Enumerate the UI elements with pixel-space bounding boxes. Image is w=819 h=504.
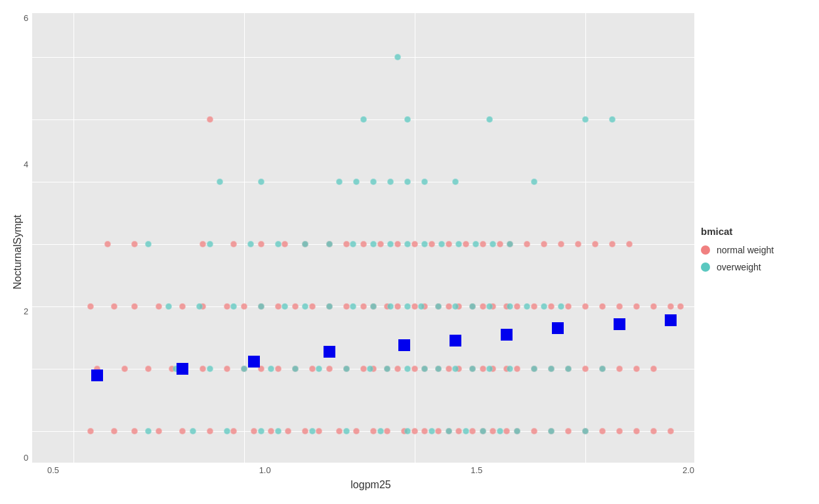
scatter-dot — [531, 178, 537, 185]
scatter-dot — [370, 178, 377, 185]
scatter-dot — [452, 178, 459, 185]
scatter-dot — [207, 116, 213, 123]
y-axis-label: NocturnalSympt — [7, 13, 24, 491]
scatter-dot — [541, 241, 547, 247]
x-axis-label: logpm25 — [47, 475, 694, 491]
scatter-dot — [367, 366, 373, 372]
scatter-dot — [275, 366, 282, 372]
scatter-dot — [650, 303, 657, 310]
scatter-dot — [446, 428, 452, 434]
x-tick-20: 2.0 — [682, 465, 694, 475]
grid-h-6 — [32, 57, 694, 58]
scatter-dot — [326, 303, 333, 310]
scatter-dot — [200, 241, 206, 247]
scatter-dot — [531, 428, 537, 434]
scatter-dot — [435, 366, 442, 372]
scatter-dot — [404, 241, 411, 247]
scatter-dot — [490, 241, 496, 247]
scatter-dot — [480, 241, 486, 247]
scatter-dot — [394, 241, 401, 247]
scatter-dot — [207, 428, 213, 434]
scatter-dot — [558, 241, 564, 247]
scatter-dot — [480, 366, 486, 372]
scatter-dot — [292, 303, 299, 310]
scatter-dot — [599, 366, 606, 372]
scatter-dot — [455, 241, 462, 247]
scatter-dot — [87, 303, 94, 310]
scatter-dot — [326, 366, 333, 372]
scatter-dot — [599, 428, 606, 434]
blue-square-point — [552, 322, 564, 334]
scatter-dot — [275, 303, 282, 310]
scatter-dot — [667, 428, 674, 434]
scatter-dot — [565, 303, 572, 310]
scatter-dot — [336, 178, 343, 185]
grid-v-0.5 — [74, 13, 74, 463]
chart-container: NocturnalSympt 6 4 2 0 — [0, 0, 819, 504]
y-tick-6: 6 — [24, 13, 28, 23]
scatter-dot — [268, 366, 274, 372]
scatter-dot — [343, 303, 350, 310]
scatter-dot — [548, 303, 555, 310]
scatter-dot — [404, 303, 411, 310]
scatter-dot — [336, 428, 343, 434]
legend-label-overweight: overweight — [717, 262, 761, 272]
grid-v-1.5 — [415, 13, 415, 463]
scatter-dot — [446, 366, 452, 372]
legend-dot-normal — [701, 245, 710, 255]
scatter-dot — [404, 116, 411, 123]
grid-v-1 — [244, 13, 245, 463]
scatter-dot — [165, 303, 172, 310]
scatter-dot — [435, 428, 442, 434]
scatter-dot — [497, 241, 503, 247]
scatter-dot — [616, 303, 623, 310]
legend-item-overweight: overweight — [701, 262, 806, 272]
scatter-dot — [421, 428, 428, 434]
scatter-dot — [387, 178, 394, 185]
scatter-dot — [247, 241, 254, 247]
scatter-dot — [258, 303, 264, 310]
scatter-dot — [258, 178, 264, 185]
scatter-dot — [531, 366, 537, 372]
scatter-dot — [251, 428, 257, 434]
scatter-dot — [224, 366, 230, 372]
scatter-dot — [446, 303, 452, 310]
scatter-dot — [667, 303, 674, 310]
scatter-dot — [507, 366, 513, 372]
scatter-dot — [565, 428, 572, 434]
x-tick-05: 0.5 — [47, 465, 59, 475]
scatter-dot — [360, 303, 367, 310]
legend-label-normal: normal weight — [717, 245, 774, 255]
scatter-dot — [404, 428, 411, 434]
scatter-dot — [316, 428, 322, 434]
scatter-dot — [463, 241, 469, 247]
scatter-dot — [514, 303, 520, 310]
scatter-dot — [548, 428, 555, 434]
scatter-dot — [503, 428, 510, 434]
scatter-dot — [507, 303, 513, 310]
scatter-dot — [230, 241, 237, 247]
scatter-dot — [609, 241, 616, 247]
scatter-dot — [469, 303, 476, 310]
chart-inner: NocturnalSympt 6 4 2 0 — [7, 13, 694, 491]
scatter-dot — [469, 366, 476, 372]
blue-square-point — [501, 329, 513, 341]
scatter-dot — [575, 241, 581, 247]
scatter-dot — [558, 303, 564, 310]
scatter-dot — [343, 428, 350, 434]
blue-square-point — [177, 363, 188, 375]
y-ticks: 6 4 2 0 — [24, 13, 32, 463]
scatter-dot — [230, 303, 237, 310]
scatter-dot — [486, 116, 493, 123]
scatter-dot — [514, 366, 520, 372]
scatter-dot — [190, 428, 196, 434]
scatter-dot — [548, 366, 555, 372]
scatter-dot — [582, 116, 589, 123]
scatter-dot — [302, 241, 308, 247]
scatter-dot — [435, 303, 442, 310]
scatter-dot — [411, 366, 418, 372]
scatter-dot — [429, 428, 435, 434]
scatter-dot — [282, 241, 288, 247]
scatter-dot — [490, 428, 496, 434]
chart-area: NocturnalSympt 6 4 2 0 — [7, 13, 694, 491]
